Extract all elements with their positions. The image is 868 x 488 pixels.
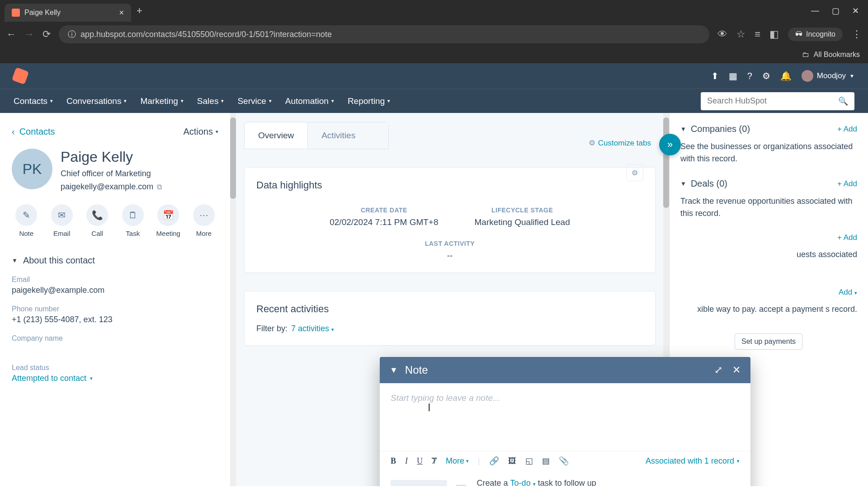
marketplace-icon[interactable]: ▦ [729,70,737,81]
help-icon[interactable]: ? [747,71,752,81]
back-to-contacts-link[interactable]: ‹Contacts [12,127,55,137]
contact-avatar: PK [12,149,52,189]
reload-icon[interactable]: ⟳ [42,28,51,40]
incognito-badge[interactable]: 🕶 Incognito [788,28,843,41]
app-header: ⬆ ▦ ? ⚙ 🔔 Moodjoy ▼ [0,63,868,89]
quick-task-button[interactable]: 🗒 [122,204,144,226]
close-window-icon[interactable]: ✕ [852,6,859,16]
save-note-button[interactable]: Save note [391,480,447,486]
create-task-checkbox[interactable] [456,485,466,486]
bold-button[interactable]: B [391,456,396,466]
address-bar[interactable]: ⓘ app.hubspot.com/contacts/45105500/reco… [59,25,709,43]
collapse-icon[interactable]: ▼ [390,366,398,375]
chevron-down-icon: ▼ [12,257,18,264]
maximize-icon[interactable]: ▢ [832,6,840,16]
italic-button[interactable]: I [405,456,408,466]
chevron-down-icon: ▾ [90,375,93,381]
nav-service[interactable]: Service▾ [237,96,271,106]
note-textarea[interactable]: Start typing to leave a note... I [380,383,750,451]
underline-button[interactable]: U [417,456,423,466]
minimize-icon[interactable]: — [811,6,819,16]
nav-conversations[interactable]: Conversations▾ [66,96,127,106]
back-icon[interactable]: ← [6,28,16,40]
url-text: app.hubspot.com/contacts/45105500/record… [80,30,332,39]
deals-section-toggle[interactable]: ▼Deals (0)+ Add [680,178,857,189]
forward-icon: → [24,28,34,40]
companies-section-toggle[interactable]: ▼Companies (0)+ Add [680,124,857,134]
quick-email-button[interactable]: ✉ [51,204,73,226]
filter-activities-dropdown[interactable]: 7 activities ▾ [291,324,334,333]
search-box[interactable]: 🔍 [701,92,854,110]
expand-icon[interactable]: ⤢ [714,364,722,376]
tickets-desc-fragment: uests associated [680,249,857,261]
quick-more-button[interactable]: ⋯ [193,204,215,226]
setup-payments-button[interactable]: Set up payments [735,333,802,350]
recent-activities-title: Recent activities [256,303,329,314]
nav-reporting[interactable]: Reporting▾ [348,96,390,106]
expand-fab-button[interactable]: » [659,134,681,155]
eye-off-icon[interactable]: 👁 [717,28,727,40]
avatar-icon [802,70,813,82]
document-button[interactable]: ▤ [542,456,550,466]
data-highlights-settings-button[interactable]: ⚙ [626,164,643,181]
contact-email: paigekelly@example.com [61,182,153,192]
about-section-toggle[interactable]: ▼About this contact [12,255,218,266]
notifications-icon[interactable]: 🔔 [780,70,792,81]
text-cursor-icon: I [428,401,431,414]
add-ticket-link[interactable]: + Add [837,233,857,242]
settings-icon[interactable]: ⚙ [762,70,770,81]
side-panel-icon[interactable]: ◧ [769,28,779,40]
note-composer-modal: ▼ Note ⤢ ✕ Start typing to leave a note.… [380,357,750,486]
add-deal-link[interactable]: + Add [837,179,857,188]
nav-sales[interactable]: Sales▾ [197,96,224,106]
customize-tabs-link[interactable]: ⚙Customize tabs [589,138,651,148]
nav-contacts[interactable]: Contacts▾ [14,96,53,106]
email-field-value[interactable]: paigekelly@example.com [12,286,218,295]
user-menu[interactable]: Moodjoy ▼ [802,70,854,82]
link-button[interactable]: 🔗 [489,456,499,466]
close-tab-icon[interactable]: × [119,8,124,18]
search-input[interactable] [707,96,825,106]
copy-icon[interactable]: ⧉ [157,183,162,191]
snippet-button[interactable]: ◱ [525,456,533,466]
search-icon[interactable]: 🔍 [838,96,848,106]
attachment-button[interactable]: 📎 [559,456,569,466]
site-info-icon[interactable]: ⓘ [68,29,76,40]
primary-nav: Contacts▾ Conversations▾ Marketing▾ Sale… [0,89,868,113]
nav-marketing[interactable]: Marketing▾ [140,96,183,106]
new-tab-icon[interactable]: + [137,5,142,17]
close-icon[interactable]: ✕ [732,364,741,376]
star-icon[interactable]: ☆ [736,28,745,40]
more-formatting-dropdown[interactable]: More▾ [446,456,469,466]
clear-format-button[interactable]: T̷ [432,456,437,466]
associated-records-dropdown[interactable]: Associated with 1 record▾ [646,456,740,466]
all-bookmarks-link[interactable]: All Bookmarks [814,51,860,59]
tab-activities[interactable]: Activities [307,122,388,149]
last-activity-label: LAST ACTIVITY [425,240,475,247]
image-button[interactable]: 🖼 [508,456,516,466]
quick-note-button[interactable]: ✎ [15,204,37,226]
hubspot-logo-icon[interactable] [12,67,29,84]
quick-call-button[interactable]: 📞 [86,204,108,226]
contact-title: Chief officer of Marketing [61,169,162,178]
chevron-down-icon: ▼ [680,126,686,132]
menu-icon[interactable]: ⋮ [852,28,862,40]
lead-status-dropdown[interactable]: Attempted to contact▾ [12,374,218,383]
upgrade-icon[interactable]: ⬆ [711,70,719,81]
quick-meeting-button[interactable]: 📅 [157,204,179,226]
actions-dropdown[interactable]: Actions▾ [183,127,218,137]
gear-icon: ⚙ [589,138,595,148]
todo-type-dropdown[interactable]: To-do ▾ [510,479,536,486]
browser-tab[interactable]: Paige Kelly × [5,4,131,22]
playlist-icon[interactable]: ≡ [755,28,760,40]
add-company-link[interactable]: + Add [837,125,857,134]
company-field-value[interactable] [12,344,218,354]
phone-field-value[interactable]: +1 (213) 555-4087, ext. 123 [12,315,218,324]
nav-automation[interactable]: Automation▾ [285,96,334,106]
filter-label: Filter by: [256,324,288,333]
add-payment-dropdown[interactable]: Add ▾ [839,288,857,297]
chevron-down-icon: ▼ [849,73,854,79]
lifecycle-label: LIFECYCLE STAGE [475,206,570,214]
email-field-label: Email [12,276,218,284]
tab-overview[interactable]: Overview [245,122,307,149]
